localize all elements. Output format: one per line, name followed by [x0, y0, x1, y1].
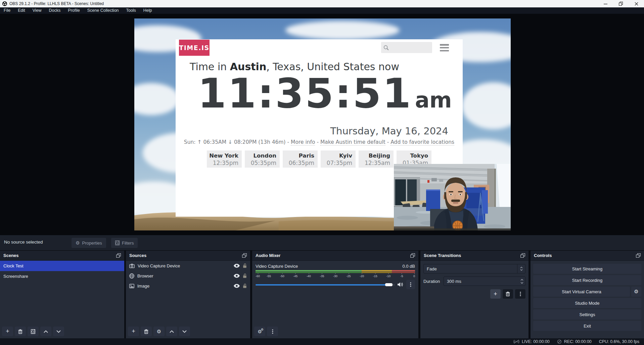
hamburger-menu-icon	[440, 44, 449, 51]
cpu-fps-status: CPU: 0.6%, 30.00 fps	[599, 339, 639, 344]
minimize-button[interactable]	[598, 0, 613, 7]
advanced-audio-button[interactable]: ⚙⚙	[254, 327, 265, 336]
volume-slider[interactable]	[256, 283, 395, 286]
sun-info-line: Sun: ↑ 06:35AM ↓ 08:20PM (13h 46m) - Mor…	[176, 139, 463, 145]
visibility-eye-icon[interactable]	[234, 274, 240, 278]
channel-level-db: 0.0 dB	[402, 264, 415, 269]
webcam-video	[394, 164, 511, 230]
volume-slider-handle[interactable]	[385, 283, 393, 286]
city-card: London05:35pm	[245, 150, 280, 168]
city-card: Beijing12:35am	[359, 150, 394, 168]
city-card: New York12:35pm	[207, 150, 242, 168]
filters-icon	[115, 241, 120, 245]
remove-scene-button[interactable]	[15, 327, 26, 336]
menu-edit[interactable]: Edit	[14, 7, 29, 14]
preview-canvas: TIME.IS Time in Austin, Texas, United St…	[0, 14, 644, 235]
settings-button[interactable]: Settings	[533, 309, 641, 319]
scenes-toolbar: +	[2, 327, 64, 336]
source-item-video-capture[interactable]: Video Capture Device	[126, 261, 250, 271]
titlebar: OBS 29.1.2 - Profile: LLHLS BETA - Scene…	[0, 0, 644, 7]
add-source-button[interactable]: +	[128, 327, 139, 336]
meter-scale: -60 -55 -50 -45 -40 -35 -30 -25 -20 -15 …	[256, 273, 415, 278]
scene-item-screenshare[interactable]: Screenshare	[0, 271, 124, 282]
add-transition-button[interactable]: +	[490, 289, 501, 299]
lock-icon[interactable]	[243, 263, 247, 268]
select-arrows	[517, 264, 525, 273]
trash-icon	[144, 329, 148, 334]
filters-button[interactable]: Filters	[111, 238, 138, 248]
duration-label: Duration	[423, 279, 444, 284]
move-scene-down-button[interactable]	[53, 327, 64, 336]
lock-icon[interactable]	[243, 284, 247, 288]
popout-icon[interactable]	[242, 253, 247, 258]
remove-source-button[interactable]	[141, 327, 152, 336]
exit-button[interactable]: Exit	[533, 321, 641, 331]
speaker-icon[interactable]	[398, 282, 404, 287]
sources-panel-header: Sources	[126, 251, 250, 261]
menu-help[interactable]: Help	[140, 7, 156, 14]
double-gear-icon: ⚙⚙	[258, 329, 262, 334]
clock-meridiem: am	[415, 89, 452, 111]
trash-icon	[506, 292, 510, 296]
start-streaming-button[interactable]: Start Streaming	[533, 264, 641, 274]
move-source-down-button[interactable]	[179, 327, 190, 336]
source-item-image[interactable]: Image	[126, 281, 250, 291]
broadcast-inactive-icon	[513, 340, 519, 344]
remove-transition-button[interactable]	[503, 289, 513, 299]
visibility-eye-icon[interactable]	[234, 284, 240, 288]
timeis-date: Thursday, May 16, 2024	[330, 125, 448, 137]
transition-menu-button[interactable]	[515, 289, 525, 299]
start-recording-button[interactable]: Start Recording	[533, 275, 641, 285]
video-preview[interactable]: TIME.IS Time in Austin, Texas, United St…	[134, 18, 511, 230]
menu-scene-collection[interactable]: Scene Collection	[84, 7, 123, 14]
chevron-down-icon	[56, 330, 61, 333]
record-inactive-icon	[557, 339, 562, 344]
menu-docks[interactable]: Docks	[45, 7, 64, 14]
popout-icon[interactable]	[116, 253, 121, 258]
obs-logo-icon	[2, 1, 7, 6]
menu-view[interactable]: View	[29, 7, 45, 14]
kebab-menu-icon	[272, 329, 273, 334]
source-properties-button[interactable]: ⚙	[153, 327, 165, 336]
source-item-browser[interactable]: Browser	[126, 271, 250, 281]
make-default-link: Make Austin time default	[320, 139, 385, 145]
camera-icon	[129, 264, 135, 268]
visibility-eye-icon[interactable]	[234, 264, 240, 268]
menu-file[interactable]: File	[0, 7, 14, 14]
transition-select[interactable]: Fade	[423, 264, 525, 273]
studio-mode-button[interactable]: Studio Mode	[533, 298, 641, 308]
chevron-up-icon	[520, 267, 523, 268]
move-scene-up-button[interactable]	[40, 327, 51, 336]
popout-icon[interactable]	[520, 253, 525, 258]
restore-button[interactable]	[613, 0, 629, 7]
spinner-arrows[interactable]	[518, 279, 525, 284]
globe-icon	[129, 273, 134, 278]
start-virtual-camera-button[interactable]: Start Virtual Camera	[533, 287, 630, 297]
close-button[interactable]	[629, 0, 644, 7]
chevron-up-icon	[520, 279, 523, 281]
restore-icon	[619, 2, 623, 6]
virtual-camera-config-button[interactable]: ⚙	[631, 287, 641, 297]
scene-item-clock-test[interactable]: Clock Test	[0, 261, 124, 271]
scene-transitions-panel: Scene Transitions Fade Duration 300 ms	[420, 251, 528, 338]
mixer-menu-button[interactable]	[267, 327, 278, 336]
scene-filters-button[interactable]	[28, 327, 39, 336]
menu-profile[interactable]: Profile	[64, 7, 83, 14]
menu-tools[interactable]: Tools	[123, 7, 140, 14]
move-source-up-button[interactable]	[166, 327, 177, 336]
volume-meter	[256, 270, 415, 273]
minimize-icon	[604, 2, 607, 6]
window-title: OBS 29.1.2 - Profile: LLHLS BETA - Scene…	[9, 1, 104, 6]
add-scene-button[interactable]: +	[2, 327, 13, 336]
audio-mixer-header: Audio Mixer	[252, 251, 418, 261]
properties-button[interactable]: ⚙ Properties	[72, 238, 106, 248]
image-icon	[129, 284, 134, 288]
popout-icon[interactable]	[410, 253, 415, 258]
duration-input[interactable]: 300 ms	[444, 276, 525, 286]
mixer-channel-menu-button[interactable]	[406, 280, 415, 289]
chevron-down-icon	[182, 330, 187, 333]
popout-icon[interactable]	[636, 253, 641, 258]
lock-icon[interactable]	[243, 273, 247, 278]
gear-icon: ⚙	[157, 329, 161, 335]
timeis-clock: 11:35:51 am	[198, 73, 452, 114]
